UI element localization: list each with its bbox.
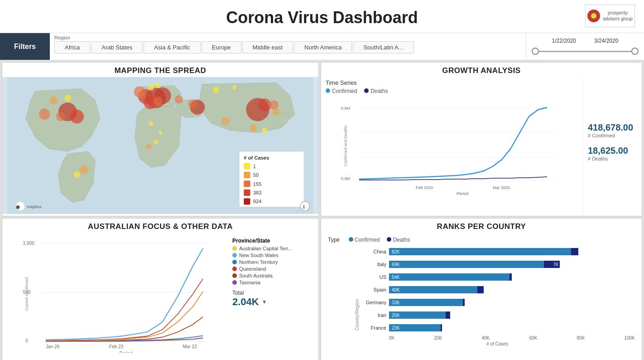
growth-chart-svg: 0.5M 0.0M Confirmed and Deaths Feb 2020 …: [326, 96, 578, 196]
province-label: Province/State: [232, 238, 314, 244]
country-italy: Italy: [360, 262, 389, 267]
slider-fill: [535, 51, 635, 52]
tab-south-latin[interactable]: South/Latin A...: [353, 41, 413, 54]
tab-africa[interactable]: Africa: [54, 41, 90, 54]
tab-asia-pacific[interactable]: Asia & Pacific: [144, 41, 200, 54]
date-end: 3/24/2020: [594, 38, 618, 44]
aus-panel: AUSTRALIAN FOCUS & OTHER DATA 1,000 500 …: [2, 218, 319, 360]
growth-title: GROWTH ANALYSIS: [321, 63, 642, 77]
ranks-title: RANKS PER COUNTRY: [321, 219, 642, 233]
svg-point-20: [56, 112, 65, 121]
country-iran: Iran: [360, 312, 389, 318]
bar-wrap-us: 54K: [389, 272, 635, 282]
logo: prosperityadvisers group: [585, 5, 635, 27]
aus-chart-area: 1,000 500 0 Current Confirmed Jan 26 Feb…: [2, 233, 228, 360]
qld-dot: [232, 267, 237, 271]
tab-europe[interactable]: Europe: [202, 41, 241, 54]
deaths-value: 18,625.00: [588, 146, 637, 156]
svg-point-17: [232, 85, 237, 89]
confirmed-dot: [326, 88, 330, 93]
aus-chart-svg: 1,000 500 0 Current Confirmed Jan 26 Feb…: [20, 235, 223, 353]
date-labels: 1/22/2020 3/24/2020: [552, 38, 619, 44]
dropdown-arrow-icon[interactable]: ▼: [262, 299, 267, 305]
bar-confirmed-spain: 40K: [389, 286, 477, 293]
bar-row-spain: Spain 40K: [360, 285, 635, 295]
germany-confirmed-label: 33K: [389, 300, 400, 305]
bar-confirmed-germany: 33K: [389, 299, 463, 306]
svg-point-13: [250, 124, 257, 131]
date-slider[interactable]: [535, 47, 635, 56]
tas-label: Tasmania: [239, 280, 260, 285]
country-china: China: [360, 249, 389, 254]
total-label: Total: [232, 290, 314, 296]
country-us: US: [360, 274, 389, 280]
bar-deaths-italy: 7K: [544, 261, 560, 268]
act-dot: [232, 246, 237, 251]
map-title: MAPPING THE SPREAD: [2, 63, 318, 77]
region-label: Region: [54, 35, 521, 40]
main-grid: MAPPING THE SPREAD: [0, 60, 644, 360]
legend-sa: South Australia: [232, 273, 314, 278]
filters-label: Filters: [0, 33, 50, 60]
svg-text:Mar 22: Mar 22: [183, 344, 197, 349]
confirmed-stat-label: # Confirmed: [588, 133, 637, 138]
ranks-legend-deaths: Deaths: [387, 237, 410, 243]
svg-point-6: [134, 86, 145, 97]
svg-text:ℹ: ℹ: [303, 204, 305, 209]
italy-deaths-label: 7K: [553, 262, 560, 267]
nt-label: Northern Territory: [239, 259, 278, 265]
slider-thumb-left[interactable]: [532, 48, 539, 55]
stats-side: 418,678.00 # Confirmed 18,625.00 # Death…: [583, 77, 642, 214]
slider-thumb-right[interactable]: [631, 48, 639, 55]
bar-row-us: US 54K: [360, 272, 635, 282]
svg-rect-40: [244, 180, 250, 187]
bar-wrap-france: 23K: [389, 323, 635, 333]
tab-arab-states[interactable]: Arab States: [91, 41, 143, 54]
bar-wrap-italy: 69K 7K: [389, 259, 635, 269]
map-container: # of Cases 1 50 155 383 924 ⬤ mapbox ℹ: [2, 77, 318, 214]
svg-text:0.0M: 0.0M: [341, 176, 350, 181]
world-map-svg: # of Cases 1 50 155 383 924 ⬤ mapbox ℹ: [2, 77, 318, 214]
growth-inner: Time Series Confirmed Deaths 0.5M 0.0M C…: [321, 77, 642, 214]
svg-text:Period: Period: [457, 191, 468, 196]
svg-point-26: [149, 121, 153, 126]
header: Corona Virus Dashboard prosperityadviser…: [0, 0, 644, 33]
china-confirmed-label: 82K: [389, 249, 400, 254]
page-title: Corona Virus Dashboard: [0, 8, 644, 27]
svg-text:383: 383: [253, 190, 262, 195]
tas-dot: [232, 280, 237, 285]
deaths-stat-label: # Deaths: [588, 156, 637, 161]
x-tick-80k: 80K: [577, 336, 585, 341]
x-axis-labels: 0K 20K 40K 60K 80K 100K: [389, 336, 635, 341]
ranks-legend-confirmed: Confirmed: [349, 237, 380, 243]
svg-point-28: [154, 140, 158, 144]
aus-title: AUSTRALIAN FOCUS & OTHER DATA: [2, 219, 318, 233]
svg-point-24: [79, 165, 88, 175]
svg-point-25: [74, 171, 80, 178]
x-tick-40k: 40K: [482, 336, 490, 341]
deaths-dot: [364, 88, 369, 93]
svg-text:Feb 2020: Feb 2020: [416, 185, 433, 190]
svg-rect-44: [244, 198, 250, 204]
sa-label: South Australia: [239, 273, 273, 278]
x-tick-20k: 20K: [434, 336, 442, 341]
logo-icon: [587, 10, 600, 22]
italy-confirmed-label: 69K: [389, 262, 400, 267]
bar-row-france: France 23K: [360, 323, 635, 333]
legend-nsw: New South Wales: [232, 253, 314, 258]
bar-confirmed-iran: 25K: [389, 311, 446, 319]
date-start: 1/22/2020: [552, 38, 576, 44]
france-confirmed-label: 23K: [389, 326, 400, 331]
tab-middle-east[interactable]: Middle east: [242, 41, 293, 54]
bar-confirmed-france: 23K: [389, 324, 441, 331]
tab-north-america[interactable]: North America: [294, 41, 352, 54]
type-label: Type: [328, 237, 340, 243]
ranks-inner: Type Confirmed Deaths Country/Region Chi…: [321, 233, 642, 360]
x-tick-0k: 0K: [389, 336, 394, 341]
bar-confirmed-us: 54K: [389, 273, 509, 281]
country-spain: Spain: [360, 287, 389, 292]
qld-label: Queensland: [239, 266, 266, 272]
growth-panel: GROWTH ANALYSIS Time Series Confirmed De…: [321, 62, 642, 216]
growth-chart-area: Time Series Confirmed Deaths 0.5M 0.0M C…: [321, 77, 583, 214]
svg-text:Feb 23: Feb 23: [109, 344, 124, 349]
